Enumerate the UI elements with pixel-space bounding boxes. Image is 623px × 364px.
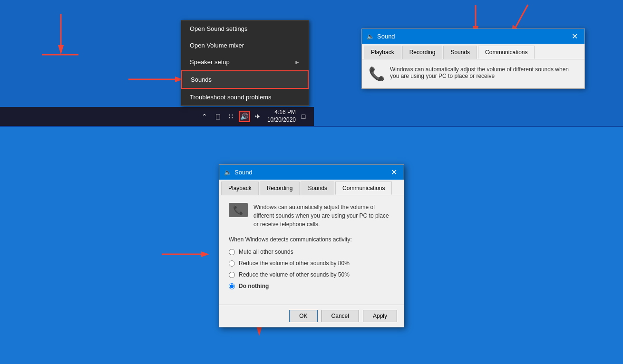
dialog-titlebar-top: 🔈 Sound ✕ — [362, 29, 584, 44]
left-desktop-panel: Open Sound settings Open Volume mixer Sp… — [0, 0, 314, 126]
context-menu-item-open-sound-settings[interactable]: Open Sound settings — [181, 20, 309, 37]
apply-button[interactable]: Apply — [363, 310, 397, 322]
tab-recording-main[interactable]: Recording — [260, 182, 300, 195]
radio-reduce-50[interactable]: Reduce the volume of other sounds by 50% — [229, 271, 394, 278]
tab-communications-top[interactable]: Communications — [478, 46, 535, 59]
tray-wifi-icon[interactable]: ∷ — [225, 111, 237, 122]
radio-do-nothing-input[interactable] — [229, 283, 235, 289]
tab-recording-top[interactable]: Recording — [402, 46, 443, 59]
taskbar: ⌃ ⎕ ∷ 🔊 ✈ 4:16 PM 10/20/2020 □ — [0, 107, 314, 126]
context-menu-item-open-volume-mixer[interactable]: Open Volume mixer — [181, 37, 309, 54]
sound-icon-top: 🔈 — [367, 33, 374, 40]
phone-icon-top: 📞 — [369, 66, 385, 82]
context-menu-item-sounds[interactable]: Sounds — [181, 70, 309, 89]
dialog-close-button-main[interactable]: ✕ — [389, 168, 399, 177]
dialog-tabs-main: Playback Recording Sounds Communications — [219, 180, 404, 195]
context-menu-item-speaker-setup[interactable]: Speaker setup ► — [181, 54, 309, 70]
dialog-content-top: 📞 Windows can automatically adjust the v… — [362, 59, 584, 88]
context-menu-item-troubleshoot[interactable]: Troubleshoot sound problems — [181, 89, 309, 105]
tray-chevron-icon[interactable]: ⌃ — [199, 111, 210, 122]
when-detect-label: When Windows detects communications acti… — [229, 236, 394, 243]
sound-icon-main: 🔈 — [224, 169, 232, 176]
dialog-titlebar-main: 🔈 Sound ✕ — [219, 165, 404, 180]
context-menu[interactable]: Open Sound settings Open Volume mixer Sp… — [181, 20, 309, 106]
chevron-right-icon: ► — [294, 59, 300, 66]
svg-line-7 — [514, 5, 528, 31]
ok-button[interactable]: OK — [289, 310, 317, 322]
bottom-half: 🔈 Sound ✕ Playback Recording Sounds Comm… — [0, 127, 623, 364]
radio-reduce-80-input[interactable] — [229, 260, 235, 267]
description-text: Windows can automatically adjust the vol… — [253, 203, 394, 229]
tab-playback-main[interactable]: Playback — [221, 182, 259, 195]
svg-marker-10 — [201, 251, 209, 257]
radio-reduce-50-input[interactable] — [229, 272, 235, 278]
dialog-title-left: 🔈 Sound — [367, 33, 395, 40]
dialog-tabs-top: Playback Recording Sounds Communications — [362, 44, 584, 59]
tab-communications-main[interactable]: Communications — [335, 182, 392, 195]
description-section: 📞 Windows can automatically adjust the v… — [229, 203, 394, 229]
tray-keyboard-icon[interactable]: ⎕ — [212, 111, 224, 122]
svg-marker-12 — [256, 326, 262, 336]
radio-mute-all[interactable]: Mute all other sounds — [229, 249, 394, 255]
sound-dialog-main: 🔈 Sound ✕ Playback Recording Sounds Comm… — [219, 164, 404, 327]
radio-group: Mute all other sounds Reduce the volume … — [229, 249, 394, 289]
radio-mute-all-input[interactable] — [229, 249, 235, 255]
dialog-close-button-top[interactable]: ✕ — [570, 32, 580, 41]
dialog-content-main: 📞 Windows can automatically adjust the v… — [219, 195, 404, 305]
taskbar-clock: 4:16 PM 10/20/2020 — [267, 109, 296, 124]
tab-playback-top[interactable]: Playback — [364, 46, 401, 59]
phone-icon-main: 📞 — [229, 203, 248, 217]
right-panel: 🔈 Sound ✕ Playback Recording Sounds Comm… — [314, 0, 623, 126]
radio-do-nothing[interactable]: Do nothing — [229, 283, 394, 289]
tab-sounds-top[interactable]: Sounds — [443, 46, 477, 59]
radio-reduce-80[interactable]: Reduce the volume of other sounds by 80% — [229, 260, 394, 267]
dialog-title-main-left: 🔈 Sound — [224, 169, 253, 176]
svg-marker-1 — [58, 45, 64, 55]
taskbar-tray-icons: ⌃ ⎕ ∷ 🔊 ✈ 4:16 PM 10/20/2020 □ — [199, 109, 309, 124]
tray-headset-icon[interactable]: ✈ — [252, 111, 263, 122]
tray-volume-icon[interactable]: 🔊 — [239, 111, 250, 122]
dialog-buttons: OK Cancel Apply — [219, 305, 404, 327]
sound-dialog-top: 🔈 Sound ✕ Playback Recording Sounds Comm… — [361, 29, 585, 89]
tray-notifications-icon[interactable]: □ — [298, 111, 309, 122]
tab-sounds-main[interactable]: Sounds — [301, 182, 334, 195]
cancel-button[interactable]: Cancel — [321, 310, 359, 322]
